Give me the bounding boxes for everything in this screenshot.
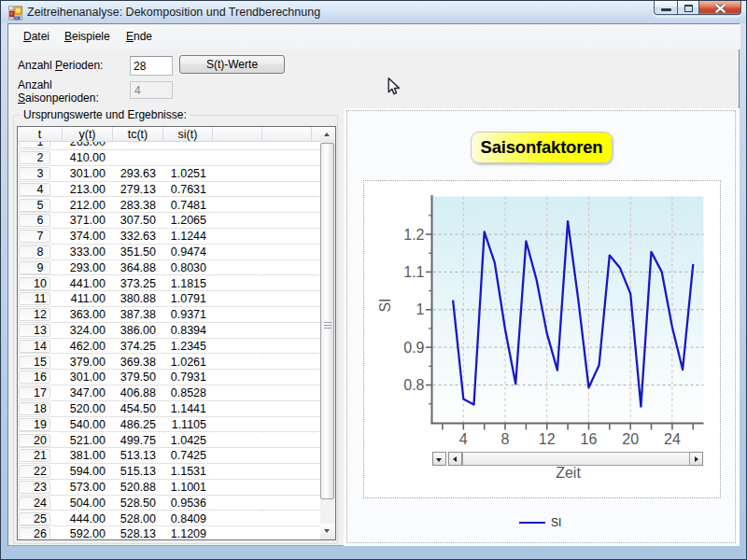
svg-text:20: 20 xyxy=(622,431,639,447)
svg-text:12: 12 xyxy=(538,431,555,447)
svg-text:Zeit: Zeit xyxy=(556,465,581,481)
svg-text:1.1: 1.1 xyxy=(403,264,424,280)
svg-text:0.8: 0.8 xyxy=(403,377,424,393)
svg-text:SI: SI xyxy=(377,298,393,312)
svg-text:8: 8 xyxy=(500,431,509,447)
svg-text:4: 4 xyxy=(458,431,467,447)
svg-text:0.9: 0.9 xyxy=(403,340,424,356)
svg-text:24: 24 xyxy=(664,431,681,447)
svg-text:1.2: 1.2 xyxy=(403,227,424,243)
svg-text:16: 16 xyxy=(580,431,597,447)
svg-text:1: 1 xyxy=(416,301,424,317)
